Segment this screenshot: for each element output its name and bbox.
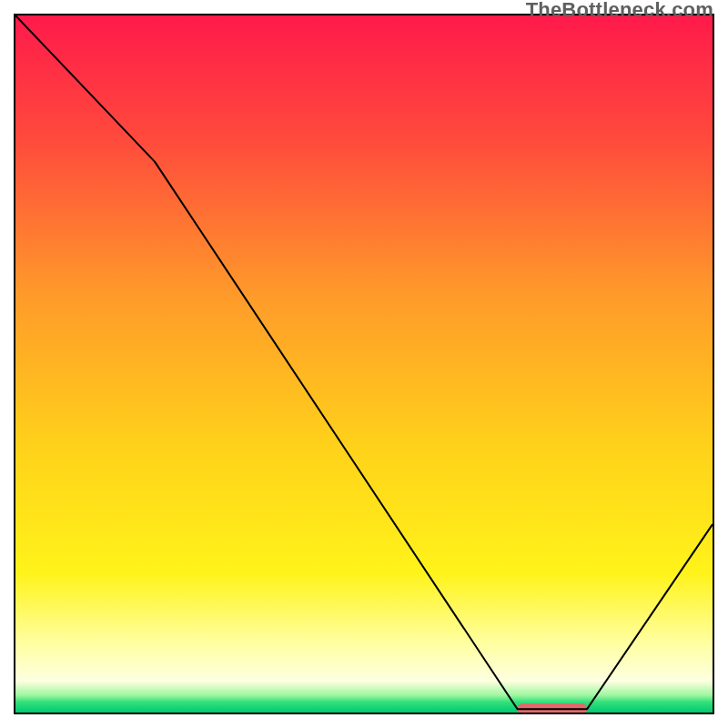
chart-container: TheBottleneck.com [0, 0, 728, 728]
gradient-background [15, 15, 713, 713]
watermark-label: TheBottleneck.com [526, 0, 713, 22]
bottom-marker [518, 703, 588, 713]
plot-area-border [14, 14, 714, 714]
chart-canvas [15, 15, 713, 713]
